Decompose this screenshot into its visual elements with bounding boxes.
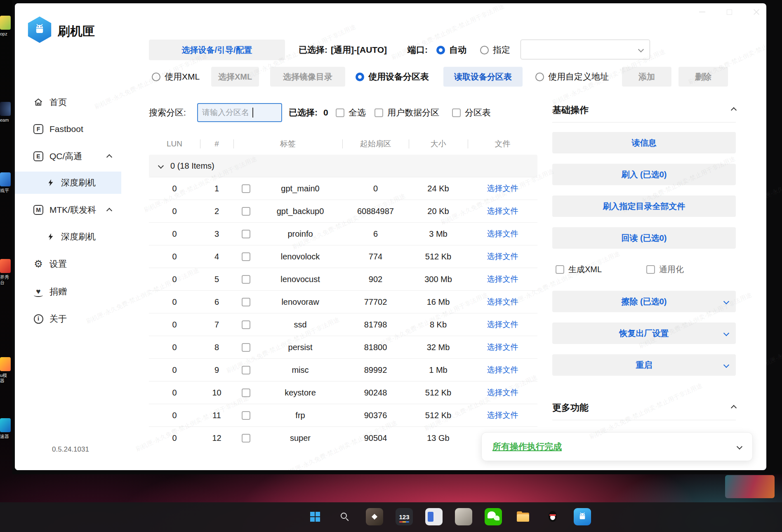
sidebar-item-donate[interactable]: ♥ 捐赠 <box>15 280 121 303</box>
erase-button[interactable]: 擦除 (已选0) <box>552 291 736 312</box>
select-file-link[interactable]: 选择文件 <box>487 410 518 421</box>
sidebar-item-fastboot[interactable]: F Fastboot <box>15 118 121 140</box>
taskbar-wechat[interactable] <box>483 507 503 527</box>
taskbar-123-app[interactable]: 123 <box>394 507 414 527</box>
row-checkbox[interactable] <box>242 230 250 238</box>
table-group-row[interactable]: 0 (18 Items) <box>149 155 537 177</box>
select-file-link[interactable]: 选择文件 <box>487 228 518 239</box>
taskbar-search-button[interactable] <box>335 507 355 527</box>
use-device-table-radio[interactable]: 使用设备分区表 <box>356 66 429 87</box>
row-checkbox[interactable] <box>242 207 250 216</box>
select-file-link[interactable]: 选择文件 <box>487 297 518 307</box>
row-checkbox[interactable] <box>242 184 250 193</box>
status-box[interactable]: 所有操作执行完成 <box>481 432 753 461</box>
sidebar-item-deep-flash-qc[interactable]: 深度刷机 <box>15 172 121 194</box>
row-checkbox[interactable] <box>242 320 250 329</box>
desktop-icon[interactable]: opz <box>0 16 12 37</box>
desktop-icon[interactable]: eam <box>0 102 12 123</box>
flash-directory-button[interactable]: 刷入指定目录全部文件 <box>552 195 736 217</box>
partition-table-checkbox[interactable]: 分区表 <box>452 102 491 123</box>
table-row[interactable]: 02gpt_backup06088498720 Kb选择文件 <box>149 200 537 222</box>
start-button[interactable] <box>305 507 325 527</box>
taskbar-character-app[interactable] <box>454 507 473 527</box>
desktop-icon[interactable]: u模器 <box>0 357 12 384</box>
table-row[interactable]: 011frp90376512 Kb选择文件 <box>149 404 537 426</box>
port-specified-radio[interactable]: 指定 <box>480 40 510 60</box>
select-xml-button[interactable]: 选择XML <box>211 67 259 87</box>
desktop-icon[interactable]: 界秀台 <box>0 259 12 285</box>
row-checkbox[interactable] <box>242 434 250 443</box>
read-device-table-button[interactable]: 读取设备分区表 <box>443 67 523 87</box>
taskbar-game-app[interactable] <box>365 507 384 527</box>
select-file-link[interactable]: 选择文件 <box>487 319 518 330</box>
remove-button[interactable]: 删除 <box>678 67 728 87</box>
select-file-link[interactable]: 选择文件 <box>487 342 518 353</box>
table-row[interactable]: 04lenovolock774512 Kb选择文件 <box>149 245 537 268</box>
basic-operations-header[interactable]: 基础操作 <box>552 101 736 119</box>
readback-button[interactable]: 回读 (已选0) <box>552 227 736 249</box>
collapse-icon[interactable] <box>107 205 111 215</box>
column-header-lun[interactable]: LUN <box>149 133 200 155</box>
flash-button[interactable]: 刷入 (已选0) <box>552 164 736 185</box>
select-image-dir-button[interactable]: 选择镜像目录 <box>270 67 345 87</box>
select-file-link[interactable]: 选择文件 <box>487 365 518 375</box>
row-checkbox[interactable] <box>242 275 250 284</box>
close-button[interactable] <box>748 6 765 18</box>
select-file-link[interactable]: 选择文件 <box>487 274 518 285</box>
column-header-label[interactable]: 标签 <box>233 133 342 155</box>
factory-reset-button[interactable]: 恢复出厂设置 <box>552 322 736 344</box>
table-row[interactable]: 06lenovoraw7770216 Mb选择文件 <box>149 290 537 313</box>
use-custom-addr-radio[interactable]: 使用自定义地址 <box>535 66 609 87</box>
taskbar-flash-tool[interactable] <box>572 507 592 527</box>
taskbar-qq[interactable] <box>543 507 563 527</box>
sidebar-item-qualcomm[interactable]: E QC/高通 <box>15 145 121 167</box>
table-row[interactable]: 08persist8180032 Mb选择文件 <box>149 336 537 358</box>
column-header-num[interactable]: # <box>200 133 233 155</box>
generic-checkbox[interactable]: 通用化 <box>646 263 684 275</box>
table-row[interactable]: 05lenovocust902300 Mb选择文件 <box>149 268 537 290</box>
read-info-button[interactable]: 读信息 <box>552 132 736 153</box>
use-xml-radio[interactable]: 使用XML <box>152 66 200 87</box>
row-checkbox[interactable] <box>242 411 250 420</box>
column-header-size[interactable]: 大小 <box>409 133 468 155</box>
sidebar-item-home[interactable]: 首页 <box>15 91 121 113</box>
generate-xml-checkbox[interactable]: 生成XML <box>556 263 602 275</box>
sidebar-item-about[interactable]: i 关于 <box>15 308 121 330</box>
table-row[interactable]: 03proinfo63 Mb选择文件 <box>149 222 537 245</box>
taskbar-file-explorer[interactable] <box>513 507 533 527</box>
desktop-icon[interactable]: 速器 <box>0 418 12 439</box>
table-row[interactable]: 012super9050413 Gb选择文件 <box>149 426 537 449</box>
row-checkbox[interactable] <box>242 252 250 261</box>
taskbar-display-app[interactable] <box>424 507 444 527</box>
sidebar-item-settings[interactable]: ⚙ 设置 <box>15 253 121 275</box>
add-button[interactable]: 添加 <box>622 67 671 87</box>
userdata-partition-checkbox[interactable]: 用户数据分区 <box>375 102 439 123</box>
sidebar-item-mediatek[interactable]: M MTK/联发科 <box>15 199 121 221</box>
search-partition-input[interactable] <box>197 103 282 122</box>
column-header-file[interactable]: 文件 <box>468 133 537 155</box>
more-functions-header[interactable]: 更多功能 <box>552 399 736 417</box>
minimize-button[interactable] <box>694 6 710 18</box>
port-auto-radio[interactable]: 自动 <box>436 40 466 60</box>
table-row[interactable]: 09misc899921 Mb选择文件 <box>149 358 537 381</box>
select-device-button[interactable]: 选择设备/引导/配置 <box>149 40 285 60</box>
column-header-start[interactable]: 起始扇区 <box>342 133 409 155</box>
sidebar-item-deep-flash-mtk[interactable]: 深度刷机 <box>15 226 121 248</box>
reboot-button[interactable]: 重启 <box>552 354 736 376</box>
row-checkbox[interactable] <box>242 388 250 397</box>
collapse-icon[interactable] <box>107 151 111 161</box>
desktop-icon[interactable]: 戏平 <box>0 172 12 193</box>
table-row[interactable]: 07ssd817988 Kb选择文件 <box>149 313 537 336</box>
select-file-link[interactable]: 选择文件 <box>487 183 518 194</box>
select-file-link[interactable]: 选择文件 <box>487 251 518 262</box>
select-file-link[interactable]: 选择文件 <box>487 206 518 217</box>
row-checkbox[interactable] <box>242 343 250 352</box>
table-row[interactable]: 010keystore90248512 Kb选择文件 <box>149 381 537 404</box>
table-row[interactable]: 01gpt_main0024 Kb选择文件 <box>149 177 537 200</box>
row-checkbox[interactable] <box>242 298 250 306</box>
maximize-button[interactable] <box>721 6 737 18</box>
row-checkbox[interactable] <box>242 366 250 374</box>
select-all-checkbox[interactable]: 全选 <box>336 102 366 123</box>
port-dropdown[interactable] <box>521 40 650 59</box>
select-file-link[interactable]: 选择文件 <box>487 387 518 398</box>
